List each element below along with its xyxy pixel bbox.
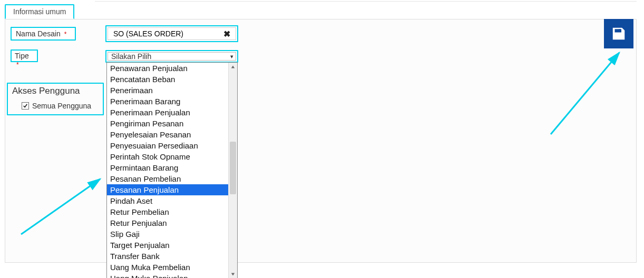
dropdown-option[interactable]: Penyelesaian Pesanan: [107, 129, 237, 140]
scroll-up-arrow-icon[interactable]: [229, 63, 237, 71]
semua-pengguna-label: Semua Pengguna: [32, 102, 91, 110]
dropdown-option[interactable]: Pengiriman Pesanan: [107, 118, 237, 129]
dropdown-option[interactable]: Uang Muka Penjualan: [107, 273, 237, 278]
nama-desain-input-wrap: ✖: [105, 25, 238, 42]
dropdown-option[interactable]: Penerimaan Barang: [107, 96, 237, 107]
dropdown-option[interactable]: Permintaan Barang: [107, 162, 237, 173]
akses-pengguna-title: Akses Pengguna: [12, 86, 80, 96]
semua-pengguna-checkbox[interactable]: [22, 102, 29, 110]
required-mark: *: [63, 31, 67, 38]
dropdown-option[interactable]: Slip Gaji: [107, 229, 237, 240]
dropdown-option[interactable]: Penawaran Penjualan: [107, 63, 237, 74]
tipe-dropdown-viewport: Penawaran PenjualanPencatatan BebanPener…: [107, 63, 237, 278]
label-tipe: Tipe: [15, 52, 29, 60]
label-nama-desain-frame: Nama Desain *: [11, 27, 76, 41]
check-icon: [23, 103, 28, 108]
dropdown-scrollbar[interactable]: [228, 63, 237, 278]
dropdown-option[interactable]: Pencatatan Beban: [107, 74, 237, 85]
tipe-select-wrap: Silakan Pilih ▾: [105, 50, 238, 63]
required-mark: *: [15, 61, 19, 68]
save-icon: [611, 26, 627, 42]
label-tipe-frame: Tipe *: [11, 49, 38, 62]
dropdown-option[interactable]: Uang Muka Pembelian: [107, 262, 237, 273]
save-button[interactable]: [604, 19, 633, 48]
dropdown-option[interactable]: Pesanan Penjualan: [107, 184, 237, 195]
tipe-select[interactable]: Silakan Pilih ▾: [108, 52, 236, 61]
svg-rect-2: [619, 29, 620, 32]
scroll-thumb[interactable]: [230, 142, 236, 194]
dropdown-option[interactable]: Penerimaan: [107, 85, 237, 96]
scroll-down-arrow-icon[interactable]: [229, 270, 237, 278]
akses-pengguna-frame: Akses Pengguna Semua Pengguna: [7, 83, 104, 115]
dropdown-option[interactable]: Pesanan Pembelian: [107, 173, 237, 184]
svg-marker-0: [231, 66, 235, 68]
dropdown-option[interactable]: Perintah Stok Opname: [107, 151, 237, 162]
svg-marker-1: [231, 273, 235, 276]
tab-informasi-umum[interactable]: Informasi umum: [5, 4, 74, 19]
tab-bar: Informasi umum: [5, 4, 76, 19]
chevron-down-icon: ▾: [230, 53, 233, 60]
tipe-dropdown: Penawaran PenjualanPencatatan BebanPener…: [106, 62, 238, 278]
clear-icon[interactable]: ✖: [222, 29, 231, 39]
nama-desain-input-inner: ✖: [108, 27, 236, 40]
dropdown-option[interactable]: Pindah Aset: [107, 195, 237, 206]
dropdown-option[interactable]: Penerimaan Penjualan: [107, 107, 237, 118]
akses-checkbox-row: Semua Pengguna: [22, 102, 91, 110]
dropdown-option[interactable]: Target Penjualan: [107, 240, 237, 251]
tab-label: Informasi umum: [13, 7, 66, 16]
label-nama-desain: Nama Desain: [16, 29, 61, 38]
nama-desain-input[interactable]: [112, 29, 222, 38]
page-top-rule: [95, 1, 637, 2]
main-panel: Nama Desain * ✖ Tipe * Silakan Pilih ▾ P…: [5, 19, 637, 263]
dropdown-option[interactable]: Transfer Bank: [107, 251, 237, 262]
dropdown-option[interactable]: Penyesuaian Persediaan: [107, 140, 237, 151]
tipe-select-placeholder: Silakan Pilih: [111, 52, 151, 61]
dropdown-option[interactable]: Retur Pembelian: [107, 206, 237, 217]
dropdown-option[interactable]: Retur Penjualan: [107, 217, 237, 229]
